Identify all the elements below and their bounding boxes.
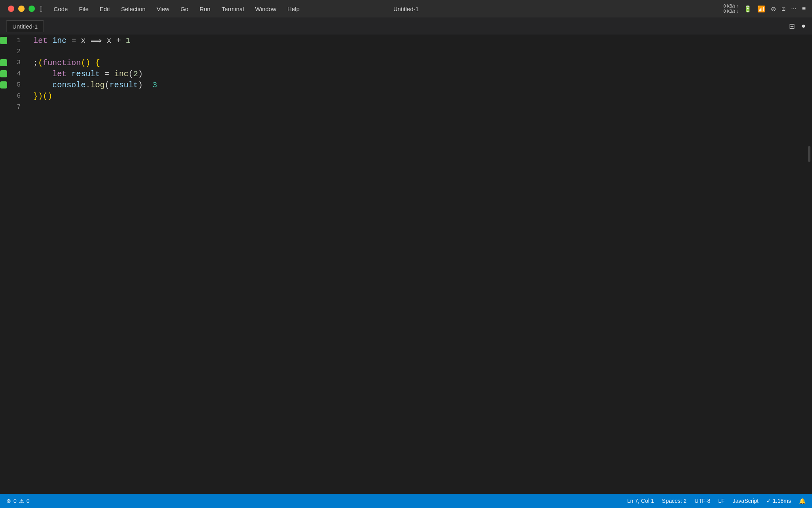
num-2: 2 (133, 69, 138, 79)
scrollbar-thumb[interactable] (808, 146, 810, 162)
line-numbers: 1 2 3 4 5 6 7 (0, 35, 24, 494)
traffic-lights (8, 6, 35, 12)
vpn-icon: ⊘ (771, 5, 776, 13)
log-method: log (90, 81, 105, 90)
line-1-gutter: 1 (0, 35, 24, 46)
breakpoint-3[interactable] (0, 59, 7, 66)
notifications-icon[interactable]: 🔔 (799, 498, 806, 504)
indentation[interactable]: Spaces: 2 (662, 498, 687, 504)
var-inc: inc (52, 36, 67, 45)
status-left: ⊗ 0 ⚠ 0 (6, 498, 30, 504)
warning-icon: ⚠ (19, 498, 24, 504)
menu-file[interactable]: File (77, 5, 90, 13)
code-line-5: console . log ( result ) 3 (33, 79, 806, 90)
menu-terminal[interactable]: Terminal (220, 5, 246, 13)
code-line-3: ; ( function () { (33, 57, 806, 68)
menu-run[interactable]: Run (198, 5, 212, 13)
error-count[interactable]: ⊗ 0 ⚠ 0 (6, 498, 30, 504)
fn-parens: () (81, 58, 90, 67)
console-obj: console (52, 81, 86, 90)
breakpoint-4[interactable] (0, 70, 7, 77)
code-line-6: })() (33, 90, 806, 102)
arrow-operator: ⟹ (90, 36, 102, 46)
tabbar: Untitled-1 ⊟ ● (0, 17, 812, 35)
menu-selection[interactable]: Selection (119, 5, 147, 13)
menubar-right: 0 KB/s ↑ 0 KB/s ↓ 🔋 📶 ⊘ ⧇ ··· ≡ (724, 4, 806, 14)
scrollbar-track[interactable] (806, 35, 812, 494)
code-line-1: let inc = x ⟹ x + 1 (33, 35, 806, 46)
tab-untitled-1[interactable]: Untitled-1 (6, 20, 44, 32)
encoding[interactable]: UTF-8 (695, 498, 710, 504)
num-1: 1 (126, 36, 130, 45)
timing: ✓ 1.18ms (766, 498, 791, 504)
window-title: Untitled-1 (393, 6, 419, 12)
keyword-let-4: let (52, 69, 67, 79)
menu-window[interactable]: Window (253, 5, 278, 13)
menu-go[interactable]: Go (179, 5, 190, 13)
line-7-gutter: 7 (0, 102, 24, 113)
tabbar-actions: ⊟ ● (789, 22, 806, 31)
line-5-gutter: 5 (0, 79, 24, 90)
code-line-4: let result = inc ( 2 ) (33, 68, 806, 79)
menubar:  Code File Edit Selection View Go Run T… (0, 0, 812, 17)
menu-view[interactable]: View (155, 5, 171, 13)
wifi-icon: 📶 (757, 5, 765, 13)
debug-value-3: 3 (152, 81, 157, 90)
keyword-let-1: let (33, 36, 48, 45)
menu-extra-icon: ≡ (802, 5, 806, 12)
menu-help[interactable]: Help (286, 5, 301, 13)
line-4-gutter: 4 (0, 68, 24, 79)
brace-open: { (95, 58, 100, 67)
line-ending[interactable]: LF (718, 498, 724, 504)
breakpoint-7-empty (0, 104, 7, 111)
status-right: Ln 7, Col 1 Spaces: 2 UTF-8 LF JavaScrip… (627, 498, 806, 504)
code-editor[interactable]: let inc = x ⟹ x + 1 ; ( function () { le… (24, 35, 806, 494)
editor[interactable]: 1 2 3 4 5 6 7 let (0, 35, 812, 494)
breakpoint-1[interactable] (0, 37, 7, 44)
tabs: Untitled-1 (6, 20, 44, 32)
close-button[interactable] (8, 6, 14, 12)
menu-code[interactable]: Code (52, 5, 69, 13)
network-status: 0 KB/s ↑ 0 KB/s ↓ (724, 4, 738, 14)
line-3-gutter: 3 (0, 57, 24, 68)
language-mode[interactable]: JavaScript (733, 498, 758, 504)
more-icon: ··· (791, 5, 796, 12)
maximize-button[interactable] (29, 6, 35, 12)
line-2-gutter: 2 (0, 46, 24, 57)
cursor-position[interactable]: Ln 7, Col 1 (627, 498, 654, 504)
line-6-gutter: 6 (0, 90, 24, 102)
code-line-7 (33, 102, 806, 113)
finder-icon: ⧇ (781, 5, 785, 12)
menu-edit[interactable]: Edit (98, 5, 111, 13)
statusbar: ⊗ 0 ⚠ 0 Ln 7, Col 1 Spaces: 2 UTF-8 LF J… (0, 494, 812, 508)
apple-menu[interactable]:  (38, 4, 44, 14)
call-inc: inc (114, 69, 128, 79)
breakpoint-5[interactable] (0, 81, 7, 89)
var-result-2: result (109, 81, 138, 90)
battery-icon: 🔋 (744, 5, 752, 13)
breakpoint-6-empty (0, 92, 7, 100)
error-icon: ⊗ (6, 498, 11, 504)
paren-open: ( (38, 58, 43, 67)
keyword-function: function (43, 58, 81, 67)
var-result: result (71, 69, 100, 79)
minimize-button[interactable] (18, 6, 25, 12)
semicolon: ; (33, 58, 38, 67)
unsaved-indicator: ● (801, 22, 806, 30)
code-line-2 (33, 46, 806, 57)
split-editor-icon[interactable]: ⊟ (789, 22, 795, 31)
closing-braces: })() (33, 92, 52, 101)
breakpoint-2-empty (0, 48, 7, 55)
